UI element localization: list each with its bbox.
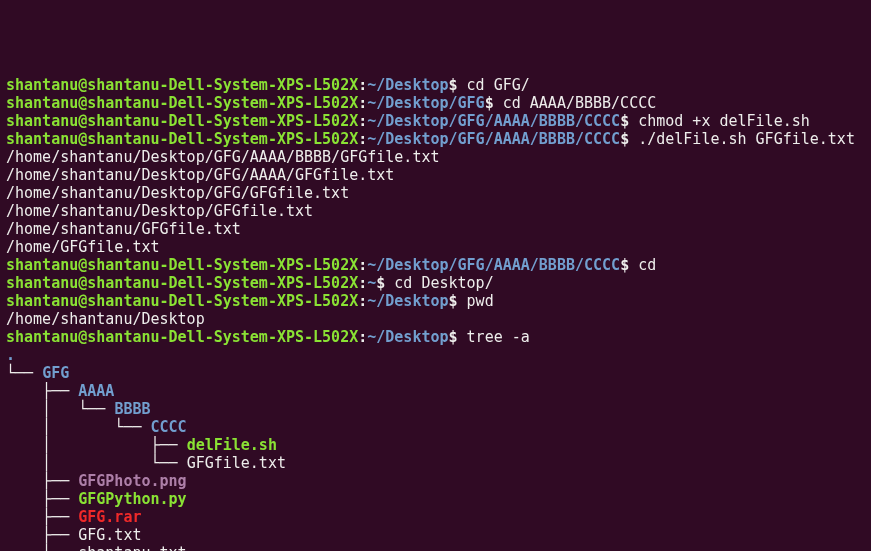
prompt-line-6: shantanu@shantanu-Dell-System-XPS-L502X:… <box>6 274 865 292</box>
output-line: /home/shantanu/Desktop/GFG/AAAA/GFGfile.… <box>6 166 865 184</box>
output-line: /home/shantanu/Desktop/GFGfile.txt <box>6 202 865 220</box>
prompt-line-8: shantanu@shantanu-Dell-System-XPS-L502X:… <box>6 328 865 346</box>
tree-file: shantanu.txt <box>78 544 186 551</box>
tree-root: . <box>6 346 865 364</box>
tree-line: │ └── BBBB <box>6 400 865 418</box>
tree-line: ├── GFG.txt <box>6 526 865 544</box>
terminal-output[interactable]: shantanu@shantanu-Dell-System-XPS-L502X:… <box>6 76 865 551</box>
tree-exe: delFile.sh <box>187 436 277 454</box>
tree-line: └── shantanu.txt <box>6 544 865 551</box>
tree-image: GFGPhoto.png <box>78 472 186 490</box>
tree-dir: AAAA <box>78 382 114 400</box>
tree-line: └── GFG <box>6 364 865 382</box>
prompt-line-3: shantanu@shantanu-Dell-System-XPS-L502X:… <box>6 112 865 130</box>
user: shantanu <box>6 76 78 94</box>
output-line: /home/shantanu/Desktop/GFG/AAAA/BBBB/GFG… <box>6 148 865 166</box>
host: shantanu-Dell-System-XPS-L502X <box>87 76 358 94</box>
prompt-line-2: shantanu@shantanu-Dell-System-XPS-L502X:… <box>6 94 865 112</box>
prompt-line-1: shantanu@shantanu-Dell-System-XPS-L502X:… <box>6 76 865 94</box>
tree-file: GFGfile.txt <box>187 454 286 472</box>
tree-line: ├── GFGPython.py <box>6 490 865 508</box>
tree-line: │ ├── delFile.sh <box>6 436 865 454</box>
tree-line: ├── AAAA <box>6 382 865 400</box>
output-line: /home/shantanu/GFGfile.txt <box>6 220 865 238</box>
pwd-output: /home/shantanu/Desktop <box>6 310 865 328</box>
prompt-line-5: shantanu@shantanu-Dell-System-XPS-L502X:… <box>6 256 865 274</box>
tree-exe: GFGPython.py <box>78 490 186 508</box>
tree-line: ├── GFG.rar <box>6 508 865 526</box>
command: cd GFG/ <box>467 76 530 94</box>
output-line: /home/GFGfile.txt <box>6 238 865 256</box>
prompt-line-7: shantanu@shantanu-Dell-System-XPS-L502X:… <box>6 292 865 310</box>
tree-dir: CCCC <box>151 418 187 436</box>
cwd: ~/Desktop <box>367 76 448 94</box>
prompt-line-4: shantanu@shantanu-Dell-System-XPS-L502X:… <box>6 130 865 148</box>
tree-file: GFG.txt <box>78 526 141 544</box>
tree-line: │ └── CCCC <box>6 418 865 436</box>
tree-dir: BBBB <box>114 400 150 418</box>
output-line: /home/shantanu/Desktop/GFG/GFGfile.txt <box>6 184 865 202</box>
tree-archive: GFG.rar <box>78 508 141 526</box>
tree-line: ├── GFGPhoto.png <box>6 472 865 490</box>
tree-dir: GFG <box>42 364 69 382</box>
tree-line: │ └── GFGfile.txt <box>6 454 865 472</box>
